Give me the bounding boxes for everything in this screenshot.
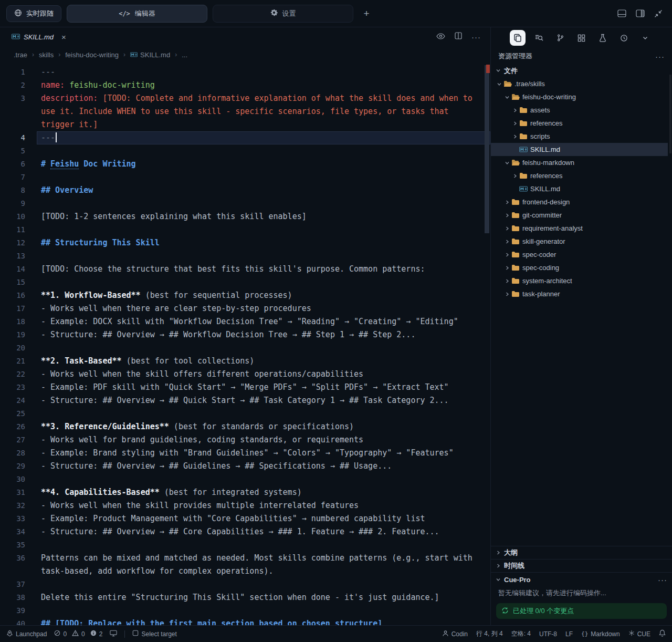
- tree-item-git-committer[interactable]: git-committer: [491, 209, 668, 222]
- tree-item-system-architect[interactable]: system-architect: [491, 274, 668, 287]
- section-cue-pro[interactable]: Cue-Pro ···: [491, 572, 672, 587]
- notifications-button[interactable]: [659, 629, 666, 638]
- code-line[interactable]: 11: [0, 223, 490, 236]
- tree-item-spec-coder[interactable]: spec-coder: [491, 248, 668, 261]
- tree-item-skill-md[interactable]: SKILL.md: [491, 182, 668, 195]
- sidebar-scrollbar[interactable]: [669, 75, 671, 153]
- code-line[interactable]: 27- Works well for brand guidelines, cod…: [0, 433, 490, 447]
- chevron-down-icon[interactable]: [637, 30, 653, 46]
- tree-item-feishu-markdown[interactable]: feishu-markdown: [491, 156, 668, 169]
- code-area[interactable]: 1---2name: feishu-doc-writing3descriptio…: [0, 63, 490, 625]
- code-line[interactable]: 1---: [0, 66, 490, 79]
- code-line[interactable]: 40## [TODO: Replace with the first main …: [0, 617, 490, 625]
- tree-item-task-planner[interactable]: task-planner: [491, 287, 668, 301]
- tree-item-skill-md[interactable]: SKILL.md: [491, 143, 668, 156]
- code-line[interactable]: 12## Structuring This Skill: [0, 236, 490, 250]
- tree-item--trae-skills[interactable]: .trae/skills: [491, 77, 668, 90]
- explorer-more-icon[interactable]: ···: [655, 52, 665, 61]
- section-files[interactable]: 文件: [491, 64, 672, 77]
- tree-item-frontend-design[interactable]: frontend-design: [491, 195, 668, 209]
- source-control-icon[interactable]: [552, 30, 568, 46]
- code-line[interactable]: 30: [0, 473, 490, 486]
- close-icon[interactable]: ×: [61, 33, 66, 42]
- code-line[interactable]: 34- Structure: ## Overview → ## Core Cap…: [0, 525, 490, 539]
- code-line[interactable]: 19- Structure: ## Overview → ## Workflow…: [0, 328, 490, 341]
- code-line[interactable]: 37: [0, 578, 490, 591]
- breadcrumb[interactable]: .trae › skills › feishu-doc-writing › SK…: [0, 46, 490, 63]
- live-follow-button[interactable]: 实时跟随: [6, 5, 61, 22]
- code-line[interactable]: 29- Structure: ## Overview → ## Guidelin…: [0, 460, 490, 473]
- breadcrumb-item[interactable]: feishu-doc-writing: [65, 51, 119, 59]
- code-line[interactable]: 18- Example: DOCX skill with "Workflow D…: [0, 315, 490, 328]
- cue-status-button[interactable]: CUE: [628, 630, 650, 638]
- cursor-position-button[interactable]: 行 4, 列 4: [476, 629, 503, 638]
- code-line[interactable]: 3description: [TODO: Complete and inform…: [0, 92, 490, 105]
- code-line[interactable]: 5: [0, 144, 490, 158]
- tab-editor[interactable]: </> 编辑器: [67, 5, 207, 23]
- code-line[interactable]: task-based, add workflow for complex ope…: [0, 565, 490, 578]
- code-line[interactable]: 23- Example: PDF skill with "Quick Start…: [0, 381, 490, 394]
- toggle-panel-icon[interactable]: [617, 9, 626, 17]
- code-line[interactable]: 33- Example: Product Management with "Co…: [0, 512, 490, 525]
- tree-item-feishu-doc-writing[interactable]: feishu-doc-writing: [491, 90, 668, 103]
- collapse-window-icon[interactable]: [654, 9, 663, 18]
- code-line[interactable]: 24- Structure: ## Overview → ## Quick St…: [0, 394, 490, 407]
- tree-item-requirement-analyst[interactable]: requirement-analyst: [491, 222, 668, 235]
- cue-processed-bar[interactable]: 已处理 0/0 个变更点: [496, 603, 667, 619]
- test-flask-icon[interactable]: [595, 30, 611, 46]
- code-line[interactable]: 4---: [0, 131, 490, 144]
- code-line[interactable]: 10[TODO: 1-2 sentences explaining what t…: [0, 210, 490, 223]
- more-actions-icon[interactable]: ···: [471, 33, 481, 42]
- tree-item-references[interactable]: references: [491, 169, 668, 182]
- scrollbar[interactable]: [485, 65, 489, 233]
- display-button[interactable]: [110, 630, 117, 638]
- code-line[interactable]: 7: [0, 171, 490, 184]
- problems-button[interactable]: 0 0 2: [54, 630, 102, 638]
- code-line[interactable]: 13: [0, 250, 490, 263]
- section-timeline[interactable]: 时间线: [491, 559, 672, 572]
- tree-item-assets[interactable]: assets: [491, 103, 668, 117]
- select-target-button[interactable]: Select target: [132, 630, 176, 638]
- clock-icon[interactable]: [616, 30, 632, 46]
- breadcrumb-item-file[interactable]: SKILL.md: [130, 51, 170, 59]
- code-line[interactable]: 2name: feishu-doc-writing: [0, 79, 490, 92]
- breadcrumb-item[interactable]: ...: [182, 51, 187, 59]
- code-line[interactable]: 9: [0, 197, 490, 210]
- search-icon[interactable]: [531, 30, 547, 46]
- code-line[interactable]: 32- Works well when the skill provides m…: [0, 499, 490, 512]
- code-line[interactable]: 25: [0, 407, 490, 420]
- code-line[interactable]: 22- Works well when the skill offers dif…: [0, 368, 490, 381]
- code-line[interactable]: 35: [0, 539, 490, 552]
- breadcrumb-item[interactable]: skills: [39, 51, 54, 59]
- launchpad-button[interactable]: Launchpad: [6, 630, 47, 638]
- code-line[interactable]: 6# Feishu Doc Writing: [0, 158, 490, 171]
- tree-item-spec-coding[interactable]: spec-coding: [491, 261, 668, 274]
- code-line[interactable]: 20: [0, 341, 490, 355]
- preview-eye-icon[interactable]: [436, 32, 445, 42]
- code-line[interactable]: 39: [0, 604, 490, 617]
- code-line[interactable]: 21**2. Task-Based** (best for tool colle…: [0, 355, 490, 368]
- codin-button[interactable]: Codin: [442, 630, 468, 638]
- editor-tab-skill-md[interactable]: SKILL.md ×: [8, 27, 69, 46]
- code-line[interactable]: 17- Works well when there are clear step…: [0, 302, 490, 315]
- toggle-secondary-sidebar-icon[interactable]: [636, 9, 645, 17]
- cue-more-icon[interactable]: ···: [658, 575, 667, 584]
- code-line[interactable]: use it. Include WHEN to use this skill -…: [0, 105, 490, 118]
- files-explorer-button[interactable]: [510, 30, 526, 46]
- tree-item-skill-generator[interactable]: skill-generator: [491, 235, 668, 248]
- eol-button[interactable]: LF: [565, 630, 573, 638]
- code-line[interactable]: 36Patterns can be mixed and matched as n…: [0, 552, 490, 565]
- new-tab-button[interactable]: +: [359, 6, 374, 22]
- section-outline[interactable]: 大纲: [491, 546, 672, 559]
- code-line[interactable]: 16**1. Workflow-Based** (best for sequen…: [0, 289, 490, 302]
- code-line[interactable]: 26**3. Reference/Guidelines** (best for …: [0, 420, 490, 433]
- code-line[interactable]: trigger it.]: [0, 118, 490, 131]
- language-button[interactable]: {} Markdown: [581, 630, 620, 638]
- code-line[interactable]: 31**4. Capabilities-Based** (best for in…: [0, 486, 490, 499]
- tab-settings[interactable]: 设置: [213, 5, 353, 23]
- indentation-button[interactable]: 空格: 4: [511, 629, 531, 638]
- split-editor-icon[interactable]: [455, 32, 462, 42]
- tree-item-scripts[interactable]: scripts: [491, 130, 668, 143]
- encoding-button[interactable]: UTF-8: [539, 630, 557, 638]
- code-line[interactable]: 8## Overview: [0, 184, 490, 197]
